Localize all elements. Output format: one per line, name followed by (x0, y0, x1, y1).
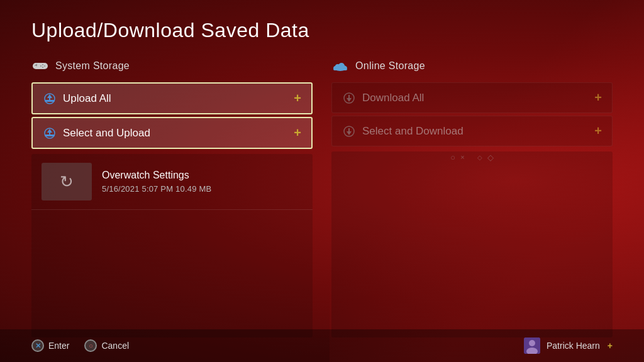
upload-all-label: Upload All (63, 92, 111, 105)
select-upload-label: Select and Upload (63, 127, 150, 140)
svg-rect-16 (333, 68, 347, 70)
svg-rect-2 (36, 64, 38, 67)
select-upload-button[interactable]: Select and Upload + (31, 117, 313, 149)
select-upload-icon (43, 126, 57, 140)
empty-state: ○ × ◇ ◇ (331, 151, 613, 163)
select-download-plus-icon: + (594, 124, 602, 138)
select-download-button[interactable]: Select and Download + (331, 116, 613, 146)
select-upload-plus-icon: + (294, 126, 301, 140)
download-all-label: Download All (362, 92, 424, 104)
svg-point-3 (42, 64, 43, 65)
sync-icon: ↻ (60, 172, 74, 192)
ps-plus-badge: + (608, 341, 613, 351)
game-info: Overwatch Settings 5/16/2021 5:07 PM 10.… (102, 170, 303, 194)
upload-all-plus-icon: + (294, 91, 301, 106)
download-all-plus-icon: + (594, 90, 602, 105)
user-name: Patrick Hearn (547, 341, 600, 351)
cancel-label: Cancel (101, 341, 129, 351)
system-storage-label: System Storage (55, 60, 130, 72)
circle-button-icon: ○ (84, 339, 97, 352)
svg-point-4 (44, 65, 45, 67)
online-storage-content: ○ × ◇ ◇ (331, 151, 613, 337)
upload-all-button[interactable]: Upload All + (31, 82, 313, 114)
user-info: Patrick Hearn + (524, 337, 613, 354)
user-avatar (524, 337, 540, 354)
svg-point-6 (40, 65, 42, 67)
download-all-button[interactable]: Download All + (331, 82, 613, 113)
svg-marker-11 (47, 129, 52, 134)
footer: ✕ Enter ○ Cancel Patrick Hearn + (0, 329, 644, 362)
online-storage-column: Online Storage Download All + (331, 57, 613, 337)
online-storage-label: Online Storage (355, 60, 425, 72)
upload-all-icon (43, 92, 57, 106)
game-list-item[interactable]: ↻ Overwatch Settings 5/16/2021 5:07 PM 1… (31, 154, 313, 210)
svg-marker-8 (47, 94, 52, 100)
cross-button-icon: ✕ (31, 339, 44, 352)
svg-marker-20 (347, 128, 352, 135)
enter-control: ✕ Enter (31, 339, 69, 352)
online-storage-header: Online Storage (331, 57, 613, 75)
download-all-icon (342, 91, 356, 105)
system-storage-content: ↻ Overwatch Settings 5/16/2021 5:07 PM 1… (31, 154, 313, 337)
system-storage-header: System Storage (31, 57, 313, 75)
page-title: Upload/Download Saved Data (31, 19, 613, 42)
ps-buttons-decoration: ○ × ◇ ◇ (450, 151, 493, 163)
cancel-control: ○ Cancel (84, 339, 129, 352)
svg-rect-10 (45, 134, 55, 136)
system-storage-icon (31, 57, 49, 75)
game-thumbnail: ↻ (42, 163, 92, 200)
svg-rect-7 (45, 100, 55, 102)
svg-marker-18 (347, 95, 352, 102)
game-name: Overwatch Settings (102, 170, 303, 181)
select-download-label: Select and Download (362, 125, 464, 138)
footer-controls: ✕ Enter ○ Cancel (31, 339, 129, 352)
enter-label: Enter (48, 341, 69, 351)
svg-point-22 (529, 340, 535, 346)
svg-point-5 (42, 67, 43, 68)
select-download-icon (342, 124, 356, 138)
system-storage-column: System Storage Upload All + (31, 57, 313, 337)
game-meta: 5/16/2021 5:07 PM 10.49 MB (102, 184, 303, 194)
online-storage-icon (331, 57, 349, 75)
